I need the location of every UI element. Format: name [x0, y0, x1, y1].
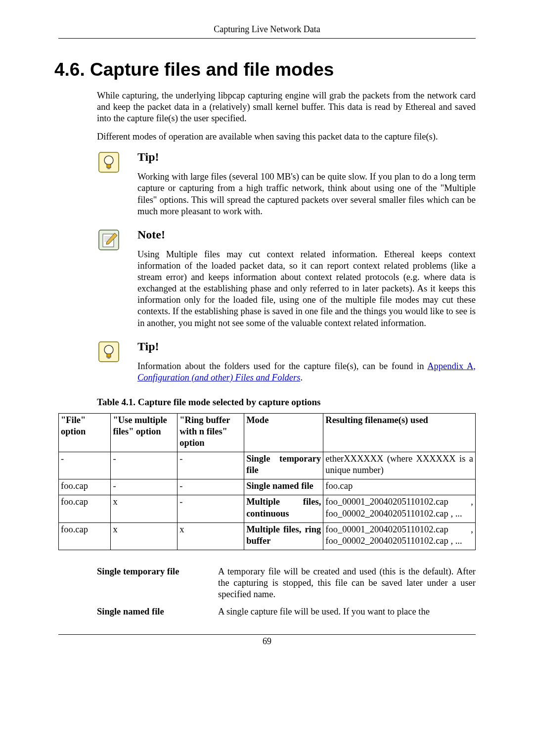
cell: x: [111, 522, 178, 550]
cell: -: [59, 452, 111, 479]
cell: x: [111, 495, 178, 522]
cell: Single named file: [244, 479, 323, 495]
table-caption: Table 4.1. Capture file mode selected by…: [97, 396, 476, 408]
svg-rect-13: [108, 357, 110, 359]
section-title: 4.6. Capture files and file modes: [54, 58, 476, 81]
header-rule: [58, 38, 476, 39]
tip-block: Tip! Working with large files (several 1…: [97, 149, 476, 217]
cell: Multiple files, continuous: [244, 495, 323, 522]
tip-icon: [97, 340, 121, 364]
cell: etherXXXXXX (where XXXXXX is a unique nu…: [323, 452, 476, 479]
footer-rule: [58, 634, 476, 635]
th-file-option: "File" option: [59, 413, 111, 452]
cell: foo.cap: [59, 495, 111, 522]
cell: foo_00001_20040205110102.cap , foo_00002…: [323, 495, 476, 522]
definition-row: Single temporary file A temporary file w…: [97, 566, 476, 600]
admon-text: Using Multiple files may cut context rel…: [137, 249, 476, 329]
svg-rect-3: [108, 168, 110, 169]
cell: foo.cap: [59, 479, 111, 495]
th-multiple-files: "Use multiple files" option: [111, 413, 178, 452]
definition-term: Single temporary file: [97, 566, 218, 600]
page-number: 69: [58, 636, 476, 647]
note-icon: [97, 228, 121, 252]
cell: Single temporary file: [244, 452, 323, 479]
table-row: foo.cap - - Single named file foo.cap: [59, 479, 476, 495]
admon-heading: Note!: [137, 227, 476, 242]
running-header: Capturing Live Network Data: [58, 24, 476, 38]
admon-text: Working with large files (several 100 MB…: [137, 171, 476, 217]
svg-point-1: [104, 156, 113, 165]
paragraph: While capturing, the underlying libpcap …: [97, 90, 476, 124]
cell: -: [178, 495, 244, 522]
cell: x: [178, 522, 244, 550]
text: .: [300, 373, 303, 382]
cell: -: [178, 479, 244, 495]
svg-point-11: [104, 345, 113, 354]
table-row: foo.cap x x Multiple files, ring buffer …: [59, 522, 476, 550]
capture-modes-table: "File" option "Use multiple files" optio…: [58, 413, 476, 550]
definition-desc: A single capture file will be used. If y…: [218, 606, 476, 617]
tip-block: Tip! Information about the folders used …: [97, 339, 476, 383]
admon-heading: Tip!: [137, 339, 476, 354]
tip-icon: [97, 150, 121, 174]
paragraph: Different modes of operation are availab…: [97, 131, 476, 142]
cell: foo_00001_20040205110102.cap , foo_00002…: [323, 522, 476, 550]
note-block: Note! Using Multiple files may cut conte…: [97, 227, 476, 329]
cell: -: [111, 452, 178, 479]
table-row: foo.cap x - Multiple files, continuous f…: [59, 495, 476, 522]
definition-row: Single named file A single capture file …: [97, 606, 476, 617]
th-resulting: Resulting filename(s) used: [323, 413, 476, 452]
th-mode: Mode: [244, 413, 323, 452]
cell: foo.cap: [323, 479, 476, 495]
text: Information about the folders used for t…: [137, 361, 427, 371]
svg-rect-12: [107, 354, 111, 357]
definition-desc: A temporary file will be created and use…: [218, 566, 476, 600]
table-header-row: "File" option "Use multiple files" optio…: [59, 413, 476, 452]
definition-term: Single named file: [97, 606, 218, 617]
admon-heading: Tip!: [137, 149, 476, 164]
svg-rect-2: [107, 164, 111, 168]
cell: Multiple files, ring buffer: [244, 522, 323, 550]
cell: foo.cap: [59, 522, 111, 550]
definition-list: Single temporary file A temporary file w…: [97, 566, 476, 618]
table-row: - - - Single temporary file etherXXXXXX …: [59, 452, 476, 479]
cell: -: [178, 452, 244, 479]
cell: -: [111, 479, 178, 495]
page: Capturing Live Network Data 4.6. Capture…: [0, 0, 534, 756]
th-ring-buffer: "Ring buffer with n files" option: [178, 413, 244, 452]
admon-text: Information about the folders used for t…: [137, 361, 476, 383]
intro-block: While capturing, the underlying libpcap …: [97, 90, 476, 143]
